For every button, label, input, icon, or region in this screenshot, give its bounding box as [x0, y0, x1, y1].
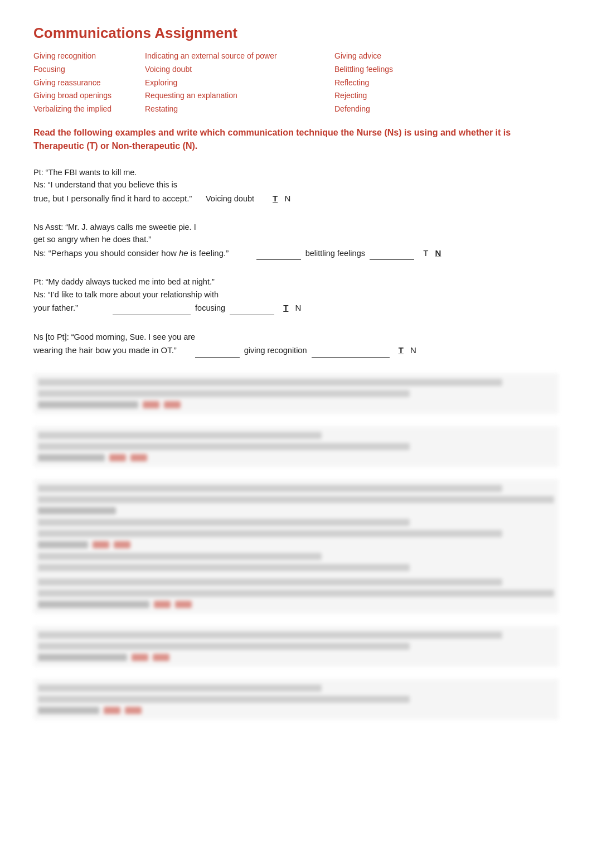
term: Focusing — [33, 63, 145, 76]
terms-grid: Giving recognition Focusing Giving reass… — [33, 50, 559, 116]
blurred-block-5 — [33, 373, 559, 414]
scenario-3-blank-after — [230, 302, 274, 315]
term: Indicating an external source of power — [145, 50, 334, 63]
instruction: Read the following examples and write wh… — [33, 126, 559, 153]
blurred-block-7 — [33, 479, 559, 614]
blurred-block-8 — [33, 626, 559, 667]
scenario-1-N: N — [284, 192, 290, 205]
term: Restating — [145, 103, 334, 116]
blurred-block-9 — [33, 679, 559, 720]
scenario-4-blank-after — [312, 344, 390, 358]
scenario-2: Ns Asst: “Mr. J. always calls me sweetie… — [33, 221, 559, 260]
scenario-1-line1: Pt: “The FBI wants to kill me. — [33, 166, 559, 179]
term: Belittling feelings — [334, 63, 457, 76]
scenario-3-line2: Ns: “I’d like to talk more about your re… — [33, 288, 559, 301]
term: Requesting an explanation — [145, 89, 334, 103]
term: Giving reassurance — [33, 76, 145, 90]
scenario-3-T: T — [283, 302, 288, 315]
scenario-3-line3: your father.” — [33, 302, 78, 315]
scenario-4-T: T — [399, 344, 404, 357]
scenario-4-line2: wearing the hair bow you made in OT.” — [33, 344, 177, 357]
scenario-2-blank-before — [256, 247, 301, 261]
scenario-1-line3: true, but I personally find it hard to a… — [33, 192, 192, 205]
terms-col2: Indicating an external source of power V… — [145, 50, 334, 116]
term: Rejecting — [334, 89, 457, 103]
term: Defending — [334, 103, 457, 116]
terms-col1: Giving recognition Focusing Giving reass… — [33, 50, 145, 116]
scenario-2-N: N — [435, 247, 441, 260]
scenario-1-line2: Ns: “I understand that you believe this … — [33, 179, 559, 191]
scenario-1-T: T — [273, 192, 278, 205]
scenario-3-line1: Pt: “My daddy always tucked me into bed … — [33, 276, 559, 288]
scenario-3-N: N — [295, 302, 302, 315]
term: Exploring — [145, 76, 334, 90]
scenario-2-line3: Ns: “Perhaps you should consider how he … — [33, 247, 229, 260]
term: Giving recognition — [33, 50, 145, 63]
term: Reflecting — [334, 76, 457, 90]
scenario-2-line2: get so angry when he does that.” — [33, 233, 559, 245]
term: Voicing doubt — [145, 63, 334, 76]
page-title: Communications Assignment — [33, 22, 559, 44]
scenario-2-blank-after — [370, 247, 414, 261]
term: Giving advice — [334, 50, 457, 63]
blurred-block-6 — [33, 426, 559, 467]
terms-col3: Giving advice Belittling feelings Reflec… — [334, 50, 457, 116]
term: Verbalizing the implied — [33, 103, 145, 116]
scenario-2-line1: Ns Asst: “Mr. J. always calls me sweetie… — [33, 221, 559, 233]
scenario-3-answer: focusing — [195, 302, 225, 315]
scenario-4: Ns [to Pt]: “Good morning, Sue. I see yo… — [33, 331, 559, 358]
scenario-4-N: N — [410, 344, 416, 357]
blurred-content — [33, 373, 559, 720]
scenario-4-line1: Ns [to Pt]: “Good morning, Sue. I see yo… — [33, 331, 559, 343]
scenario-3: Pt: “My daddy always tucked me into bed … — [33, 276, 559, 315]
scenario-4-answer: giving recognition — [244, 345, 307, 357]
scenario-2-answer: belittling feelings — [305, 248, 365, 260]
term: Giving broad openings — [33, 89, 145, 103]
scenario-1-answer: Voicing doubt — [206, 193, 254, 205]
scenario-2-T: T — [423, 247, 428, 260]
scenario-3-blank-before — [113, 302, 191, 315]
scenario-1: Pt: “The FBI wants to kill me. Ns: “I un… — [33, 166, 559, 205]
scenario-4-blank-before — [195, 344, 240, 358]
